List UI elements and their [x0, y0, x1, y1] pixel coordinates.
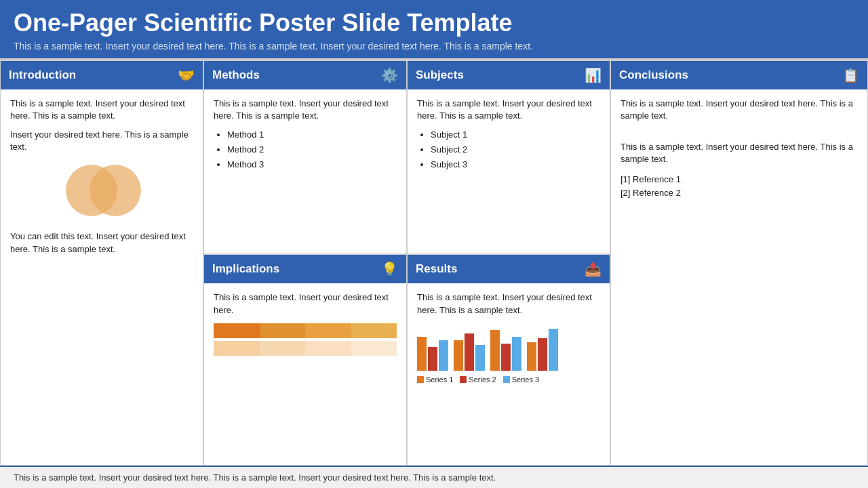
card-methods: Methods ⚙️ This is a sample text. Insert… — [203, 60, 407, 255]
header-subtitle: This is a sample text. Insert your desir… — [14, 41, 854, 52]
bar-seg — [351, 323, 397, 338]
intro-para1: This is a sample text. Insert your desir… — [10, 98, 193, 122]
card-conclusions-header: Conclusions 📋 — [611, 61, 867, 89]
card-conclusions: Conclusions 📋 This is a sample text. Ins… — [610, 60, 868, 466]
methods-para1: This is a sample text. Insert your desir… — [214, 98, 397, 122]
legend-label-s1: Series 1 — [426, 375, 453, 385]
reference-item: [1] Reference 1 — [620, 173, 858, 187]
page-title: One-Pager Scientific Poster Slide Templa… — [14, 9, 854, 37]
results-chart — [417, 323, 600, 371]
conclusions-body: This is a sample text. Insert your desir… — [611, 89, 867, 465]
legend-dot-s2 — [460, 376, 467, 383]
subjects-para1: This is a sample text. Insert your desir… — [417, 98, 600, 122]
main-grid: Introduction 🤝 This is a sample text. In… — [0, 58, 868, 466]
card-subjects: Subjects 📊 This is a sample text. Insert… — [407, 60, 610, 255]
introduction-body: This is a sample text. Insert your desir… — [1, 89, 203, 465]
bar-s3 — [475, 345, 485, 371]
list-item: Subject 1 — [431, 129, 600, 141]
references-list: [1] Reference 1 [2] Reference 2 — [620, 173, 858, 201]
chart-legend: Series 1 Series 2 Series 3 — [417, 375, 600, 385]
reference-item: [2] Reference 2 — [620, 186, 858, 201]
list-item: Method 3 — [227, 159, 397, 171]
subjects-title: Subjects — [416, 68, 464, 82]
impl-bar-row-1 — [214, 323, 397, 338]
bar-seg — [305, 323, 351, 338]
legend-series1: Series 1 — [417, 375, 453, 385]
bar-s2 — [538, 338, 547, 371]
methods-title: Methods — [212, 68, 260, 82]
bar-seg — [260, 323, 306, 338]
list-item: Method 2 — [227, 144, 397, 156]
bar-s2 — [465, 333, 474, 371]
references-para1: This is a sample text. Insert your desir… — [620, 141, 858, 165]
implications-title: Implications — [212, 262, 279, 276]
impl-bar-row-2 — [214, 341, 397, 356]
bar-s2 — [428, 347, 437, 371]
bar-seg — [260, 341, 306, 356]
list-item: Method 1 — [227, 129, 397, 141]
clipboard-icon: 📋 — [842, 67, 859, 83]
venn-diagram — [10, 160, 193, 221]
gear-icon: ⚙️ — [381, 67, 398, 83]
bar-s2 — [501, 344, 511, 371]
upload-icon: 📤 — [585, 261, 601, 277]
bar-seg — [214, 323, 260, 338]
bar-group — [490, 330, 521, 371]
results-para1: This is a sample text. Insert your desir… — [417, 291, 600, 316]
bar-s1 — [490, 330, 500, 371]
bar-s1 — [527, 342, 536, 371]
subjects-list: Subject 1 Subject 2 Subject 3 — [417, 129, 600, 171]
bar-chart-icon: 📊 — [585, 67, 601, 83]
handshake-icon: 🤝 — [178, 67, 195, 83]
lightbulb-icon: 💡 — [381, 261, 398, 277]
legend-label-s3: Series 3 — [512, 375, 539, 385]
card-results: Results 📤 This is a sample text. Insert … — [407, 254, 610, 466]
intro-para2: Insert your desired text here. This is a… — [10, 129, 193, 153]
bar-group — [527, 329, 558, 371]
conclusions-title: Conclusions — [619, 68, 688, 82]
svg-point-1 — [90, 165, 141, 216]
introduction-title: Introduction — [9, 68, 76, 82]
card-methods-header: Methods ⚙️ — [204, 61, 406, 89]
implications-chart — [214, 323, 397, 356]
bar-s3 — [439, 340, 448, 371]
card-subjects-header: Subjects 📊 — [408, 61, 610, 89]
venn-svg — [54, 160, 149, 221]
bar-group — [417, 337, 448, 371]
card-introduction-header: Introduction 🤝 — [1, 61, 203, 89]
bar-s3 — [549, 329, 558, 371]
bar-s1 — [417, 337, 427, 371]
bar-seg — [305, 341, 351, 356]
page-footer: This is a sample text. Insert your desir… — [0, 466, 868, 488]
legend-series2: Series 2 — [460, 375, 496, 385]
methods-body: This is a sample text. Insert your desir… — [204, 89, 406, 254]
bar-s3 — [512, 337, 521, 371]
card-results-header: Results 📤 — [408, 255, 610, 283]
legend-series3: Series 3 — [503, 375, 539, 385]
footer-text: This is a sample text. Insert your desir… — [14, 472, 496, 483]
legend-dot-s1 — [417, 376, 424, 383]
bar-seg — [351, 341, 397, 356]
legend-label-s2: Series 2 — [469, 375, 496, 385]
page-header: One-Pager Scientific Poster Slide Templa… — [0, 0, 868, 58]
implications-para1: This is a sample text. Insert your desir… — [214, 291, 397, 316]
methods-list: Method 1 Method 2 Method 3 — [214, 129, 397, 171]
bar-seg — [214, 341, 260, 356]
list-item: Subject 2 — [431, 144, 600, 156]
intro-para3: You can edit this text. Insert your desi… — [10, 230, 193, 255]
conclusions-para1: This is a sample text. Insert your desir… — [620, 98, 858, 122]
legend-dot-s3 — [503, 376, 510, 383]
results-title: Results — [416, 262, 457, 276]
results-body: This is a sample text. Insert your desir… — [408, 283, 610, 465]
subjects-body: This is a sample text. Insert your desir… — [408, 89, 610, 254]
list-item: Subject 3 — [431, 159, 600, 171]
card-introduction: Introduction 🤝 This is a sample text. In… — [0, 60, 203, 466]
implications-body: This is a sample text. Insert your desir… — [204, 283, 406, 465]
card-implications: Implications 💡 This is a sample text. In… — [203, 254, 407, 466]
bar-group — [454, 333, 485, 371]
bar-s1 — [454, 340, 463, 371]
card-implications-header: Implications 💡 — [204, 255, 406, 283]
